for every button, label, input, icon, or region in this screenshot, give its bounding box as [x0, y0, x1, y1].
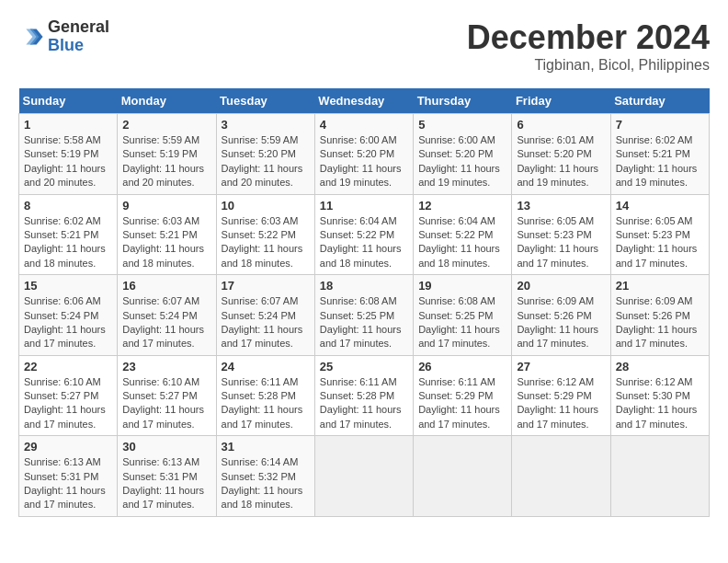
day-number: 2 [122, 118, 210, 132]
day-info: Sunrise: 6:05 AM Sunset: 5:23 PM Dayligh… [517, 214, 605, 271]
sunset-label: Sunset: 5:26 PM [517, 310, 591, 321]
daylight-label: Daylight: 11 hours and 20 minutes. [222, 163, 303, 188]
calendar-day-cell: 8 Sunrise: 6:02 AM Sunset: 5:21 PM Dayli… [19, 194, 118, 275]
sunset-label: Sunset: 5:25 PM [320, 310, 394, 321]
daylight-label: Daylight: 11 hours and 18 minutes. [122, 243, 204, 268]
sunset-label: Sunset: 5:28 PM [222, 390, 296, 401]
calendar-day-cell: 16 Sunrise: 6:07 AM Sunset: 5:24 PM Dayl… [118, 275, 216, 356]
day-of-week-header: Tuesday [216, 88, 314, 114]
sunrise-label: Sunrise: 5:58 AM [24, 134, 101, 145]
day-info: Sunrise: 6:12 AM Sunset: 5:30 PM Dayligh… [616, 375, 704, 432]
calendar-day-cell: 6 Sunrise: 6:01 AM Sunset: 5:20 PM Dayli… [512, 114, 610, 195]
logo: General Blue [18, 18, 109, 55]
sunset-label: Sunset: 5:21 PM [24, 229, 98, 240]
daylight-label: Daylight: 11 hours and 17 minutes. [418, 404, 500, 429]
daylight-label: Daylight: 11 hours and 18 minutes. [222, 243, 303, 268]
day-number: 15 [24, 279, 112, 293]
day-info: Sunrise: 6:09 AM Sunset: 5:26 PM Dayligh… [517, 294, 605, 351]
sunset-label: Sunset: 5:20 PM [320, 148, 394, 159]
daylight-label: Daylight: 11 hours and 17 minutes. [24, 324, 106, 349]
calendar-day-cell: 14 Sunrise: 6:05 AM Sunset: 5:23 PM Dayl… [610, 194, 709, 275]
sunset-label: Sunset: 5:31 PM [24, 471, 98, 482]
calendar-week-row: 22 Sunrise: 6:10 AM Sunset: 5:27 PM Dayl… [19, 355, 710, 436]
day-info: Sunrise: 6:10 AM Sunset: 5:27 PM Dayligh… [122, 375, 210, 432]
sunset-label: Sunset: 5:26 PM [616, 310, 690, 321]
day-number: 9 [122, 199, 210, 213]
day-number: 14 [616, 199, 704, 213]
sunset-label: Sunset: 5:21 PM [122, 229, 197, 240]
calendar-day-cell: 29 Sunrise: 6:13 AM Sunset: 5:31 PM Dayl… [19, 436, 118, 517]
sunrise-label: Sunrise: 6:04 AM [320, 215, 397, 226]
day-number: 25 [320, 360, 408, 373]
day-info: Sunrise: 6:00 AM Sunset: 5:20 PM Dayligh… [418, 133, 506, 190]
day-number: 12 [418, 199, 506, 213]
day-info: Sunrise: 6:03 AM Sunset: 5:21 PM Dayligh… [122, 214, 210, 271]
day-info: Sunrise: 6:04 AM Sunset: 5:22 PM Dayligh… [418, 214, 506, 271]
calendar-day-cell: 5 Sunrise: 6:00 AM Sunset: 5:20 PM Dayli… [414, 114, 512, 195]
calendar-day-cell: 13 Sunrise: 6:05 AM Sunset: 5:23 PM Dayl… [512, 194, 610, 275]
calendar-day-cell [414, 436, 512, 517]
sunrise-label: Sunrise: 6:07 AM [122, 295, 199, 306]
day-number: 30 [122, 440, 210, 454]
logo-general-text: General [48, 17, 109, 36]
sunset-label: Sunset: 5:27 PM [122, 390, 197, 401]
day-info: Sunrise: 6:11 AM Sunset: 5:28 PM Dayligh… [320, 375, 408, 432]
calendar-day-cell [314, 436, 413, 517]
calendar-day-cell: 3 Sunrise: 5:59 AM Sunset: 5:20 PM Dayli… [216, 114, 314, 195]
sunrise-label: Sunrise: 6:00 AM [418, 134, 495, 145]
sunset-label: Sunset: 5:24 PM [122, 310, 197, 321]
day-number: 16 [122, 279, 210, 293]
sunset-label: Sunset: 5:25 PM [418, 310, 493, 321]
calendar-day-cell: 9 Sunrise: 6:03 AM Sunset: 5:21 PM Dayli… [118, 194, 216, 275]
day-info: Sunrise: 5:58 AM Sunset: 5:19 PM Dayligh… [24, 133, 112, 190]
daylight-label: Daylight: 11 hours and 17 minutes. [222, 404, 303, 429]
sunset-label: Sunset: 5:29 PM [517, 390, 591, 401]
sunrise-label: Sunrise: 6:05 AM [517, 215, 594, 226]
sunset-label: Sunset: 5:23 PM [517, 229, 591, 240]
day-of-week-header: Monday [118, 88, 216, 114]
calendar-header-row: SundayMondayTuesdayWednesdayThursdayFrid… [19, 88, 710, 114]
day-number: 20 [517, 279, 605, 293]
day-number: 7 [616, 118, 704, 132]
sunset-label: Sunset: 5:32 PM [222, 471, 296, 482]
calendar-day-cell [512, 436, 610, 517]
calendar-day-cell: 17 Sunrise: 6:07 AM Sunset: 5:24 PM Dayl… [216, 275, 314, 356]
sunrise-label: Sunrise: 6:03 AM [122, 215, 199, 226]
page-header: General Blue December 2024 Tigbinan, Bic… [18, 18, 710, 74]
day-number: 22 [24, 360, 112, 373]
daylight-label: Daylight: 11 hours and 18 minutes. [222, 485, 303, 510]
day-info: Sunrise: 6:01 AM Sunset: 5:20 PM Dayligh… [517, 133, 605, 190]
day-info: Sunrise: 6:03 AM Sunset: 5:22 PM Dayligh… [222, 214, 310, 271]
day-info: Sunrise: 5:59 AM Sunset: 5:19 PM Dayligh… [122, 133, 210, 190]
calendar-day-cell: 25 Sunrise: 6:11 AM Sunset: 5:28 PM Dayl… [314, 355, 413, 436]
sunset-label: Sunset: 5:20 PM [517, 148, 591, 159]
title-block: December 2024 Tigbinan, Bicol, Philippin… [467, 18, 710, 74]
day-of-week-header: Saturday [610, 88, 709, 114]
daylight-label: Daylight: 11 hours and 18 minutes. [320, 243, 402, 268]
calendar-day-cell: 15 Sunrise: 6:06 AM Sunset: 5:24 PM Dayl… [19, 275, 118, 356]
calendar-day-cell: 4 Sunrise: 6:00 AM Sunset: 5:20 PM Dayli… [314, 114, 413, 195]
sunrise-label: Sunrise: 6:08 AM [320, 295, 397, 306]
day-number: 4 [320, 118, 408, 132]
calendar-day-cell: 22 Sunrise: 6:10 AM Sunset: 5:27 PM Dayl… [19, 355, 118, 436]
daylight-label: Daylight: 11 hours and 20 minutes. [24, 163, 106, 188]
daylight-label: Daylight: 11 hours and 17 minutes. [222, 324, 303, 349]
day-info: Sunrise: 6:11 AM Sunset: 5:28 PM Dayligh… [222, 375, 310, 432]
sunset-label: Sunset: 5:28 PM [320, 390, 394, 401]
calendar-day-cell: 1 Sunrise: 5:58 AM Sunset: 5:19 PM Dayli… [19, 114, 118, 195]
calendar-week-row: 15 Sunrise: 6:06 AM Sunset: 5:24 PM Dayl… [19, 275, 710, 356]
calendar-day-cell: 11 Sunrise: 6:04 AM Sunset: 5:22 PM Dayl… [314, 194, 413, 275]
sunrise-label: Sunrise: 6:02 AM [24, 215, 101, 226]
day-info: Sunrise: 5:59 AM Sunset: 5:20 PM Dayligh… [222, 133, 310, 190]
day-of-week-header: Friday [512, 88, 610, 114]
sunrise-label: Sunrise: 6:09 AM [517, 295, 594, 306]
sunset-label: Sunset: 5:27 PM [24, 390, 98, 401]
calendar-day-cell: 12 Sunrise: 6:04 AM Sunset: 5:22 PM Dayl… [414, 194, 512, 275]
day-number: 27 [517, 360, 605, 373]
day-info: Sunrise: 6:11 AM Sunset: 5:29 PM Dayligh… [418, 375, 506, 432]
sunrise-label: Sunrise: 6:00 AM [320, 134, 397, 145]
day-number: 28 [616, 360, 704, 373]
daylight-label: Daylight: 11 hours and 17 minutes. [616, 324, 698, 349]
sunset-label: Sunset: 5:20 PM [222, 148, 296, 159]
calendar-day-cell: 21 Sunrise: 6:09 AM Sunset: 5:26 PM Dayl… [610, 275, 709, 356]
